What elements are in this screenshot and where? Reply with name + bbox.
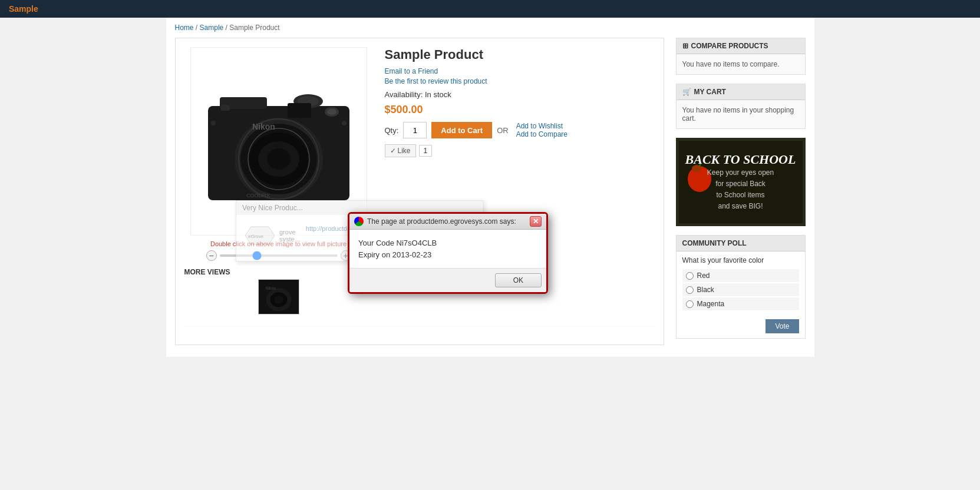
poll-radio-magenta[interactable] (686, 300, 694, 308)
svg-point-12 (327, 109, 336, 115)
poll-option-magenta[interactable]: Magenta (682, 297, 799, 310)
product-price: $500.00 (379, 104, 655, 116)
compare-header: ⊞ COMPARE PRODUCTS (677, 38, 805, 54)
reviews-popup-title: Very Nice Produc... (242, 204, 303, 212)
poll-box: COMMUNITY POLL What is your favorite col… (676, 235, 806, 339)
svg-text:Nikon: Nikon (265, 286, 276, 290)
content-area: Nikon COOLPIX Double click on above imag… (166, 38, 814, 357)
page-wrapper: Home / Sample / Sample Product (166, 18, 814, 357)
poll-option-magenta-label: Magenta (697, 300, 725, 308)
like-label: Like (398, 147, 411, 155)
sidebar: ⊞ COMPARE PRODUCTS You have no items to … (676, 38, 806, 345)
cart-header: 🛒 MY CART (677, 84, 805, 100)
svg-rect-17 (342, 121, 347, 125)
svg-rect-16 (211, 121, 216, 125)
product-image-area: Nikon COOLPIX Double click on above imag… (184, 47, 373, 314)
thumbnail-image[interactable]: Nikon (258, 279, 299, 314)
banner-text-container: BACK TO SCHOOL Keep your eyes open for s… (679, 146, 802, 218)
chrome-close-button[interactable]: ✕ (530, 216, 542, 227)
banner-line1: Keep your eyes open (707, 168, 774, 177)
banner-line2: for special Back (715, 180, 765, 188)
ok-button[interactable]: OK (495, 273, 542, 287)
qty-row: Qty: Add to Cart OR Add to Wishlist Add … (385, 122, 655, 138)
breadcrumb: Home / Sample / Sample Product (166, 18, 814, 38)
breadcrumb-home[interactable]: Home (175, 24, 194, 32)
compare-icon: ⊞ (682, 42, 688, 50)
availability-value: In stock (425, 90, 451, 99)
qty-label: Qty: (385, 126, 399, 135)
product-title: Sample Product (379, 47, 655, 62)
chrome-icon (354, 217, 364, 226)
cart-box: 🛒 MY CART You have no items in your shop… (676, 84, 806, 129)
banner-line4: and save BIG! (718, 202, 763, 210)
banner-sub: Keep your eyes open for special Back to … (685, 167, 796, 213)
review-link[interactable]: Be the first to review this product (379, 77, 655, 85)
chrome-dialog-footer: OK (349, 268, 546, 292)
vote-button[interactable]: Vote (765, 319, 798, 333)
add-to-wishlist-link[interactable]: Add to Wishlist (516, 122, 567, 130)
banner-line3: to School items (716, 191, 764, 199)
more-views-label: MORE VIEWS (184, 268, 230, 276)
like-button[interactable]: ✓ Like (385, 144, 416, 157)
chrome-dialog-body: Your Code Ni7sO4CLB Expiry on 2013-02-23 (349, 230, 546, 268)
svg-rect-18 (221, 105, 230, 111)
availability-label: Availability: (385, 90, 423, 99)
zoom-minus-button[interactable]: − (206, 250, 217, 261)
poll-radio-black[interactable] (686, 286, 694, 294)
header: Sample (0, 0, 980, 18)
chrome-dialog-title-label: The page at productdemo.egrovesys.com sa… (367, 217, 516, 226)
qty-input[interactable] (403, 122, 427, 138)
checkmark-icon: ✓ (390, 147, 396, 155)
svg-text:eGrove: eGrove (248, 234, 264, 239)
poll-option-black[interactable]: Black (682, 283, 799, 296)
svg-text:COOLPIX: COOLPIX (246, 193, 270, 198)
add-to-compare-link[interactable]: Add to Compare (516, 130, 567, 138)
chrome-dialog-titlebar: The page at productdemo.egrovesys.com sa… (349, 214, 546, 230)
banner-heading: BACK TO SCHOOL (685, 152, 796, 167)
cart-body: You have no items in your shopping cart. (677, 100, 805, 128)
camera-image: Nikon COOLPIX (202, 59, 355, 224)
cart-icon: 🛒 (682, 88, 691, 96)
poll-option-black-label: Black (697, 286, 714, 294)
svg-point-22 (274, 296, 283, 304)
banner-image: BACK TO SCHOOL Keep your eyes open for s… (676, 138, 806, 226)
chrome-dialog-title: The page at productdemo.egrovesys.com sa… (354, 217, 516, 226)
svg-text:Nikon: Nikon (252, 122, 275, 131)
breadcrumb-sample[interactable]: Sample (200, 24, 224, 32)
reviews-logo: eGrove grovesyste... (245, 224, 300, 247)
email-friend-link[interactable]: Email to a Friend (379, 67, 655, 75)
compare-body: You have no items to compare. (677, 54, 805, 74)
svg-rect-13 (288, 103, 311, 118)
poll-options: Red Black Magenta (677, 269, 805, 316)
poll-option-red-label: Red (697, 272, 710, 280)
cart-header-text: MY CART (694, 88, 726, 96)
reviews-section: Very Nice Produc... eGrove grovesyste... (184, 326, 655, 336)
poll-option-red[interactable]: Red (682, 269, 799, 282)
poll-header: COMMUNITY POLL (677, 236, 805, 251)
dialog-expiry-line: Expiry on 2013-02-23 (358, 250, 537, 259)
or-text: OR (497, 126, 509, 135)
product-section: Nikon COOLPIX Double click on above imag… (175, 38, 664, 345)
like-row: ✓ Like 1 (385, 144, 655, 157)
svg-point-8 (267, 148, 291, 170)
dialog-code-line: Your Code Ni7sO4CLB (358, 239, 537, 247)
availability: Availability: In stock (379, 90, 655, 99)
compare-box: ⊞ COMPARE PRODUCTS You have no items to … (676, 38, 806, 75)
poll-question: What is your favorite color (677, 251, 805, 269)
like-count: 1 (419, 145, 433, 157)
wishlist-compare: Add to Wishlist Add to Compare (513, 122, 567, 138)
thumbnail-list: Nikon (258, 279, 299, 314)
reviews-logo-text: grovesyste... (279, 229, 300, 243)
compare-header-text: COMPARE PRODUCTS (691, 42, 768, 50)
poll-radio-red[interactable] (686, 272, 694, 280)
breadcrumb-current: Sample Product (229, 24, 279, 32)
chrome-dialog: The page at productdemo.egrovesys.com sa… (348, 212, 548, 294)
header-title: Sample (9, 4, 38, 14)
product-details: Sample Product Email to a Friend Be the … (379, 47, 655, 157)
add-to-cart-button[interactable]: Add to Cart (431, 122, 492, 138)
